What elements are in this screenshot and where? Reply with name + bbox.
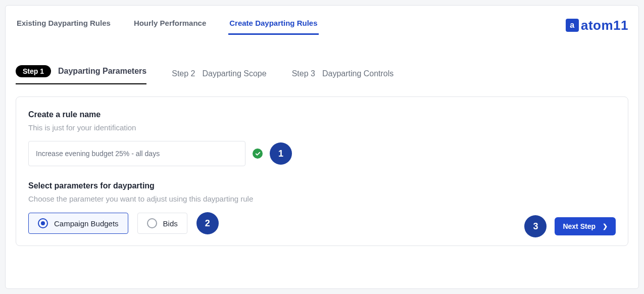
radio-icon <box>38 218 48 228</box>
step-1-label: Dayparting Parameters <box>58 67 146 76</box>
annotation-callout-1: 1 <box>270 142 292 165</box>
next-step-label: Next Step <box>563 222 596 230</box>
radio-icon <box>147 218 157 228</box>
tab-create-rules[interactable]: Create Dayparting Rules <box>228 16 318 35</box>
tab-hourly-performance[interactable]: Hourly Performance <box>133 16 207 33</box>
chevron-right-icon: ❯ <box>603 223 608 230</box>
annotation-callout-2: 2 <box>196 212 219 234</box>
step-2-pill: Step 2 <box>172 69 195 78</box>
brand-logo: a atom11 <box>566 18 628 33</box>
next-step-button[interactable]: Next Step ❯ <box>555 217 616 235</box>
rule-name-input[interactable] <box>28 141 245 166</box>
step-3-pill: Step 3 <box>292 69 315 78</box>
params-subtitle: Choose the parameter you want to adjust … <box>28 194 616 203</box>
choice-label: Bids <box>163 219 178 228</box>
parameters-form: Create a rule name This is just for your… <box>16 96 628 246</box>
annotation-callout-3: 3 <box>524 215 547 237</box>
step-1-pill: Step 1 <box>16 65 51 77</box>
tab-existing-rules[interactable]: Existing Dayparting Rules <box>16 16 112 33</box>
step-1[interactable]: Step 1 Dayparting Parameters <box>16 65 146 84</box>
params-title: Select parameters for dayparting <box>28 181 616 190</box>
step-2[interactable]: Step 2 Dayparting Scope <box>172 69 266 84</box>
step-3[interactable]: Step 3 Dayparting Controls <box>292 69 394 84</box>
step-2-label: Dayparting Scope <box>202 69 266 78</box>
primary-tabs: Existing Dayparting Rules Hourly Perform… <box>16 16 319 35</box>
step-3-label: Dayparting Controls <box>322 69 393 78</box>
choice-campaign-budgets[interactable]: Campaign Budgets <box>28 213 128 234</box>
wizard-steps: Step 1 Dayparting Parameters Step 2 Dayp… <box>16 65 628 84</box>
rule-name-valid-icon <box>253 149 263 159</box>
choice-label: Campaign Budgets <box>54 219 119 228</box>
brand-name: atom11 <box>581 18 628 33</box>
rule-name-subtitle: This is just for your identification <box>28 123 616 132</box>
brand-mark-icon: a <box>566 19 579 32</box>
choice-bids[interactable]: Bids <box>137 213 187 234</box>
rule-name-title: Create a rule name <box>28 110 616 119</box>
